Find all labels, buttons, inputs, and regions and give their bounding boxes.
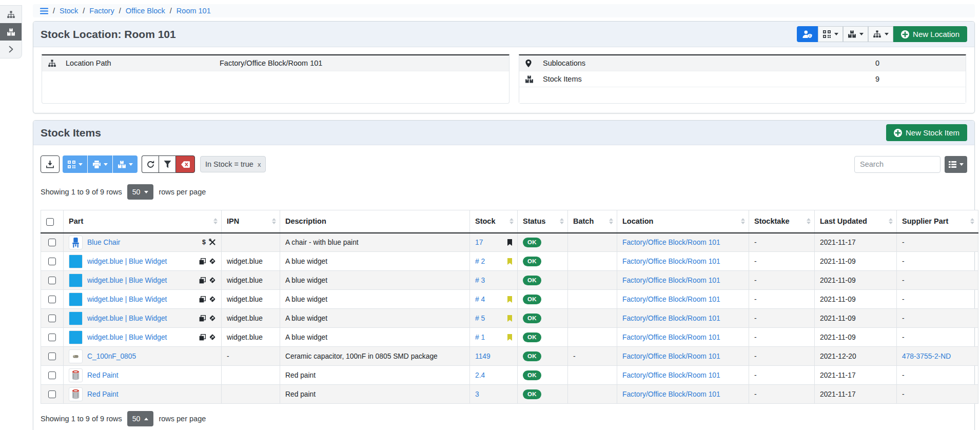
stock-actions-dropdown[interactable] (843, 26, 868, 42)
ipn-cell: - (222, 347, 280, 366)
breadcrumb-link-office-block[interactable]: Office Block (126, 7, 165, 15)
admin-view-button[interactable] (797, 26, 818, 42)
columns-dropdown[interactable] (945, 156, 967, 173)
batch-cell (568, 252, 617, 271)
location-actions-dropdown[interactable] (868, 26, 893, 42)
sidebar-item-stock[interactable] (0, 23, 22, 41)
row-checkbox[interactable] (48, 372, 56, 379)
location-counts-table: Sublocations 0 Stock Items 9 (519, 54, 966, 104)
col-header-description[interactable]: Description (280, 210, 470, 233)
col-header-batch[interactable]: Batch (568, 210, 617, 233)
stock-quantity-link[interactable]: # 4 (475, 296, 485, 303)
filter-chip[interactable]: In Stock = true x (200, 156, 266, 172)
stocktake-cell: - (749, 252, 815, 271)
col-header-last-updated[interactable]: Last Updated (815, 210, 897, 233)
col-header-stocktake[interactable]: Stocktake (749, 210, 815, 233)
supplier-part-value: - (902, 390, 905, 398)
row-checkbox[interactable] (48, 353, 56, 360)
stock-quantity-link[interactable]: 17 (475, 239, 483, 246)
filter-button[interactable] (159, 155, 175, 173)
location-link[interactable]: Factory/Office Block/Room 101 (622, 334, 720, 341)
copy-icon (199, 315, 206, 322)
thumb-capacitor (70, 351, 81, 362)
select-all-checkbox[interactable] (46, 218, 54, 226)
stock-options-button[interactable] (113, 155, 138, 173)
col-header-part[interactable]: Part (64, 210, 222, 233)
stock-item-row: Blue Chair $ A chair - with blue paint 1… (41, 233, 978, 252)
breadcrumb-link-stock[interactable]: Stock (60, 7, 78, 15)
location-link[interactable]: Factory/Office Block/Room 101 (622, 239, 720, 246)
col-header-ipn[interactable]: IPN (222, 210, 280, 233)
row-checkbox[interactable] (48, 315, 56, 322)
print-actions-button[interactable] (88, 155, 112, 173)
part-thumbnail (69, 349, 83, 363)
col-header-stock[interactable]: Stock (470, 210, 518, 233)
part-link[interactable]: Blue Chair (87, 239, 120, 246)
trackable-icon (209, 334, 216, 341)
sidebar-item-locations[interactable] (0, 6, 22, 23)
stock-quantity-link[interactable]: # 1 (475, 334, 485, 341)
supplier-part-link[interactable]: 478-3755-2-ND (902, 353, 951, 360)
location-link[interactable]: Factory/Office Block/Room 101 (622, 353, 720, 360)
stock-quantity-link[interactable]: 2.4 (475, 372, 485, 379)
bookmark-flag-icon (507, 334, 512, 341)
hamburger-icon[interactable] (40, 8, 48, 14)
new-location-button[interactable]: New Location (893, 26, 967, 42)
location-link[interactable]: Factory/Office Block/Room 101 (622, 390, 720, 398)
description-cell: Red paint (280, 385, 470, 404)
location-link[interactable]: Factory/Office Block/Room 101 (622, 277, 720, 284)
row-checkbox[interactable] (48, 239, 56, 246)
stock-item-row: widget.blue | Blue Widget widget.blue A … (41, 271, 978, 290)
download-button[interactable] (41, 155, 60, 173)
breadcrumb-link-room-101[interactable]: Room 101 (177, 7, 211, 15)
location-link[interactable]: Factory/Office Block/Room 101 (622, 315, 720, 322)
row-checkbox[interactable] (48, 258, 56, 265)
clear-filters-button[interactable] (175, 155, 195, 173)
page-size-dropdown[interactable]: 50 (127, 411, 154, 426)
bookmark-flag-icon (507, 258, 512, 265)
part-link[interactable]: Red Paint (87, 372, 119, 379)
col-header-supplier-part[interactable]: Supplier Part (897, 210, 978, 233)
part-link[interactable]: Red Paint (87, 390, 119, 398)
breadcrumb-link-factory[interactable]: Factory (89, 7, 114, 15)
barcode-actions-button[interactable] (63, 155, 87, 173)
stock-quantity-link[interactable]: # 2 (475, 258, 485, 265)
stock-quantity-link[interactable]: 1149 (475, 353, 491, 360)
hamburger-icon (40, 8, 48, 14)
stock-quantity-link[interactable]: # 3 (475, 277, 485, 284)
remove-filter-icon[interactable]: x (258, 161, 261, 168)
part-link[interactable]: widget.blue | Blue Widget (87, 277, 167, 284)
search-input[interactable] (854, 156, 940, 173)
part-link[interactable]: widget.blue | Blue Widget (87, 296, 167, 303)
part-link[interactable]: widget.blue | Blue Widget (87, 334, 167, 341)
trackable-icon (209, 296, 216, 303)
bookmark-flag-icon (507, 296, 512, 303)
stock-quantity-link[interactable]: 3 (475, 390, 479, 398)
sidebar-item-expand[interactable] (0, 41, 22, 58)
part-link[interactable]: widget.blue | Blue Widget (87, 258, 167, 265)
part-thumbnail (69, 292, 83, 306)
last-updated-cell: 2021-11-17 (815, 233, 897, 252)
refresh-button[interactable] (142, 155, 159, 173)
new-stock-item-button[interactable]: New Stock Item (886, 124, 967, 141)
location-link[interactable]: Factory/Office Block/Room 101 (622, 372, 720, 379)
part-link[interactable]: C_100nF_0805 (87, 353, 136, 360)
barcode-actions-dropdown[interactable] (818, 26, 843, 42)
col-header-location[interactable]: Location (617, 210, 749, 233)
part-link[interactable]: widget.blue | Blue Widget (87, 315, 167, 322)
part-thumbnail (69, 236, 83, 249)
stock-quantity-link[interactable]: # 5 (475, 315, 485, 322)
col-header-status[interactable]: Status (518, 210, 568, 233)
stock-items-title: Stock Items (41, 127, 101, 139)
row-checkbox[interactable] (48, 277, 56, 284)
stock-boxes-icon (525, 75, 533, 83)
description-cell: A blue widget (280, 328, 470, 347)
row-checkbox[interactable] (48, 334, 56, 341)
stock-item-row: widget.blue | Blue Widget widget.blue A … (41, 309, 978, 328)
location-link[interactable]: Factory/Office Block/Room 101 (622, 296, 720, 303)
location-link[interactable]: Factory/Office Block/Room 101 (622, 258, 720, 265)
row-checkbox[interactable] (48, 296, 56, 303)
row-checkbox[interactable] (48, 390, 56, 398)
description-cell: A blue widget (280, 309, 470, 328)
page-size-dropdown[interactable]: 50 (127, 184, 154, 200)
